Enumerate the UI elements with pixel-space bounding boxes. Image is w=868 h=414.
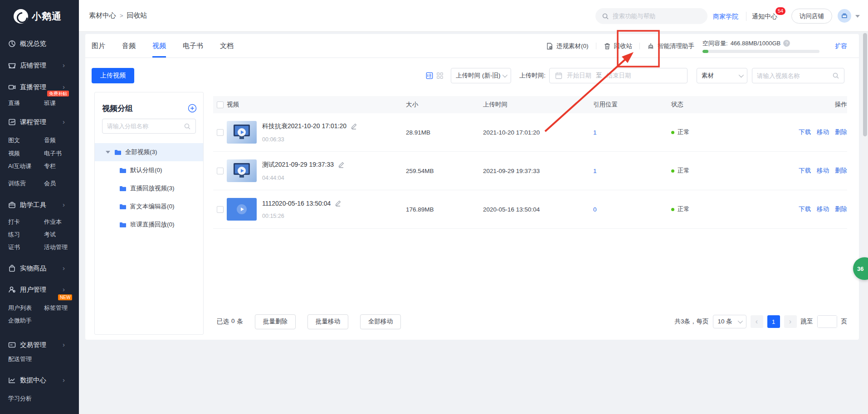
tree-item-rich-text-editor[interactable]: 富文本编辑器(0) [95, 197, 203, 216]
page-size-select[interactable]: 10 条 [713, 315, 746, 328]
sidebar-item-training-camp[interactable]: 训练营 [8, 179, 26, 188]
sidebar-item-delivery[interactable]: 配送管理 [8, 355, 32, 363]
sidebar-item-image-text[interactable]: 图文 [8, 136, 20, 144]
vertical-scrollbar[interactable] [862, 32, 868, 414]
sidebar-item-data-center[interactable]: 数据中心 › [0, 375, 79, 385]
next-page-button[interactable]: › [784, 315, 797, 328]
row-checkbox[interactable] [217, 129, 224, 136]
delete-link[interactable]: 删除 [835, 128, 847, 136]
delete-link[interactable]: 删除 [835, 205, 847, 213]
account-dropdown-caret-icon[interactable] [855, 15, 860, 18]
date-range-picker[interactable]: 开始日期 至 结束日期 [549, 68, 688, 83]
sidebar-item-certificate[interactable]: 证书 [8, 243, 20, 251]
scrollbar-thumb[interactable] [863, 33, 867, 136]
download-link[interactable]: 下载 [799, 128, 811, 136]
sidebar-item-ai-course[interactable]: AI互动课 [8, 162, 31, 170]
app-logo[interactable]: 小鹅通 [14, 9, 62, 24]
sidebar-item-user-management[interactable]: 用户管理 › [0, 284, 79, 294]
add-group-icon[interactable] [188, 104, 197, 113]
expand-capacity-link[interactable]: 扩容 [835, 42, 847, 50]
material-type-select[interactable]: 素材 [697, 68, 747, 83]
sidebar-item-homework[interactable]: 作业本 [44, 218, 62, 226]
reference-count[interactable]: 1 [593, 129, 671, 136]
video-name-search[interactable] [752, 68, 844, 83]
reference-count[interactable]: 0 [593, 206, 671, 213]
notification-center-link[interactable]: 通知中心 [752, 13, 777, 21]
sidebar-item-member[interactable]: 会员 [44, 179, 56, 188]
group-search-input[interactable] [107, 123, 184, 130]
group-search[interactable] [102, 119, 196, 134]
sidebar-item-class-course[interactable]: 班课 [44, 99, 56, 107]
reference-count[interactable]: 1 [593, 168, 671, 174]
jump-page-input[interactable] [818, 316, 837, 327]
global-search-input[interactable] [613, 13, 699, 19]
sidebar-item-overview[interactable]: 概况总览 [0, 39, 79, 48]
select-all-checkbox[interactable] [217, 101, 224, 108]
recycle-bin-button[interactable]: 回收站 [604, 42, 633, 50]
download-link[interactable]: 下载 [799, 205, 811, 213]
sidebar-item-user-list[interactable]: 用户列表 [8, 304, 32, 312]
move-all-button[interactable]: 全部移动 [360, 314, 401, 329]
sidebar-item-column[interactable]: 专栏 [44, 162, 56, 170]
sidebar-item-activity[interactable]: 活动管理 [44, 243, 68, 251]
row-checkbox[interactable] [217, 206, 224, 213]
video-title[interactable]: 科技抗衰2021-10-20 17:01:20 [262, 122, 346, 130]
video-name-input[interactable] [757, 72, 832, 79]
tree-item-default-group[interactable]: 默认分组(0) [95, 161, 203, 179]
sidebar-item-shop[interactable]: 店铺管理 › [0, 60, 79, 70]
upload-video-button[interactable]: 上传视频 [92, 68, 134, 83]
sidebar-item-course[interactable]: 课程管理 › [0, 117, 79, 127]
prev-page-button[interactable]: ‹ [751, 315, 763, 328]
sidebar-item-exam[interactable]: 考试 [44, 231, 56, 239]
violation-material-button[interactable]: 违规素材(0) [546, 42, 589, 50]
edit-pencil-icon[interactable] [334, 200, 341, 207]
video-title[interactable]: 测试2021-09-29 19:37:33 [262, 161, 334, 169]
video-thumbnail[interactable] [227, 159, 257, 182]
tab-ebook[interactable]: 电子书 [183, 34, 203, 58]
sidebar-item-check-in[interactable]: 打卡 [8, 218, 20, 226]
sidebar-item-physical-goods[interactable]: 实物商品 › [0, 263, 79, 273]
tab-video[interactable]: 视频 [152, 34, 166, 58]
sidebar-item-wecom-assistant[interactable]: 企微助手 [8, 317, 32, 325]
grid-view-icon[interactable] [436, 72, 444, 79]
global-search[interactable] [595, 8, 707, 24]
sidebar-item-learning-analysis[interactable]: 学习分析 [8, 395, 32, 403]
edit-pencil-icon[interactable] [350, 123, 357, 130]
delete-link[interactable]: 删除 [835, 167, 847, 175]
sidebar-item-video[interactable]: 视频 [8, 149, 20, 158]
sidebar-item-tag-management[interactable]: 标签管理 [44, 304, 68, 312]
help-icon[interactable]: ? [783, 40, 790, 47]
sidebar-item-study-tools[interactable]: 助学工具 › [0, 200, 79, 210]
move-link[interactable]: 移动 [817, 128, 829, 136]
row-checkbox[interactable] [217, 168, 224, 174]
avatar[interactable] [838, 9, 851, 23]
sidebar-item-live-streaming[interactable]: 直播 [8, 99, 20, 107]
tab-audio[interactable]: 音频 [122, 34, 136, 58]
edit-pencil-icon[interactable] [337, 161, 345, 168]
tab-image[interactable]: 图片 [92, 34, 105, 58]
current-page-button[interactable]: 1 [767, 315, 780, 328]
batch-move-button[interactable]: 批量移动 [307, 314, 348, 329]
tab-document[interactable]: 文档 [220, 34, 234, 58]
list-view-icon[interactable] [426, 72, 433, 79]
merchant-college-link[interactable]: 商家学院 [713, 13, 738, 21]
sidebar-item-trade-management[interactable]: 交易管理 › [0, 340, 79, 350]
breadcrumb-material-center[interactable]: 素材中心 [89, 11, 116, 20]
sidebar-item-ebook[interactable]: 电子书 [44, 149, 62, 158]
move-link[interactable]: 移动 [817, 205, 829, 213]
tree-item-all-videos[interactable]: 全部视频(3) [95, 143, 203, 161]
tree-item-live-replay[interactable]: 直播回放视频(3) [95, 179, 203, 197]
sort-order-select[interactable]: 上传时间 (新-旧) [451, 68, 511, 83]
visit-shop-button[interactable]: 访问店铺 [791, 9, 832, 24]
move-link[interactable]: 移动 [817, 167, 829, 175]
tree-item-class-live-replay[interactable]: 班课直播回放(0) [95, 216, 203, 234]
batch-delete-button[interactable]: 批量删除 [255, 314, 296, 329]
video-thumbnail[interactable] [227, 198, 257, 221]
video-title[interactable]: 1112020-05-16 13:50:04 [262, 200, 331, 207]
sidebar-item-audio[interactable]: 音频 [44, 136, 56, 144]
tree-caret-icon[interactable] [106, 151, 110, 154]
video-thumbnail[interactable] [227, 121, 257, 144]
download-link[interactable]: 下载 [799, 167, 811, 175]
smart-cleaner-button[interactable]: 智能清理助手 [647, 42, 694, 50]
sidebar-item-practice[interactable]: 练习 [8, 231, 20, 239]
